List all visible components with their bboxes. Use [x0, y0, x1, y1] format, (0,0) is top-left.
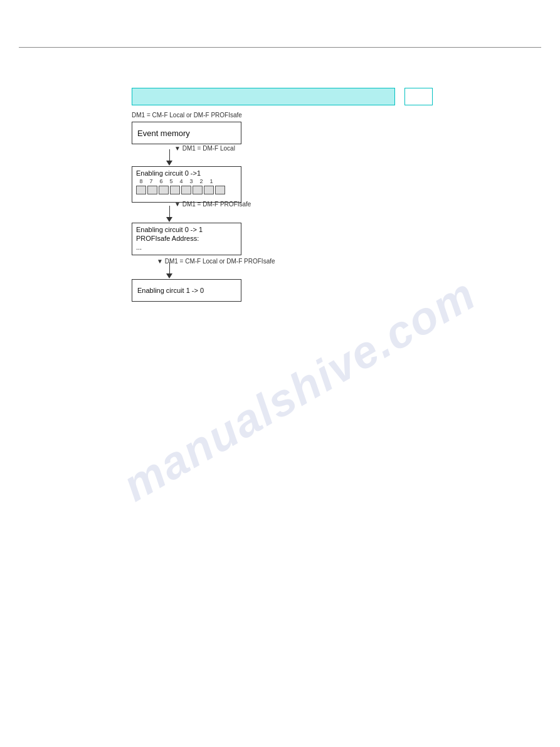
- enabling-profisafe-title: Enabling circuit 0 -> 1: [136, 226, 237, 233]
- cb-box-2: [204, 186, 214, 194]
- enabling-profisafe-box: Enabling circuit 0 -> 1 PROFIsafe Addres…: [132, 223, 241, 255]
- enabling-circuit-title: Enabling circuit 0 ->1: [136, 169, 237, 177]
- watermark: manualshive.com: [114, 268, 484, 511]
- cb-num-6: 6: [156, 178, 166, 184]
- arrow-dm1-profisafe: [166, 206, 172, 222]
- arrow-head-3: [166, 273, 172, 278]
- dm1-label-both: ▼ DM1 = CM-F Local or DM-F PROFIsafe: [157, 258, 275, 265]
- checkbox-row: [136, 186, 237, 194]
- arrow-line-1: [169, 149, 170, 161]
- cb-num-5: 5: [166, 178, 176, 184]
- dm1-label-local: ▼ DM1 = DM-F Local: [174, 145, 235, 152]
- cb-box-4: [181, 186, 191, 194]
- cb-box-5: [170, 186, 180, 194]
- enabling-10-box: Enabling circuit 1 -> 0: [132, 279, 241, 302]
- arrow-line-2: [169, 206, 170, 217]
- arrow-dm1-local: [166, 149, 172, 166]
- cb-box-6: [159, 186, 169, 194]
- cb-num-4: 4: [176, 178, 186, 184]
- arrow-head-1: [166, 161, 172, 166]
- enabling-circuit-box: Enabling circuit 0 ->1 8 7 6 5 4 3 2 1: [132, 166, 241, 203]
- arrow-dm1-both: [166, 262, 172, 278]
- page-container: DM1 = CM-F Local or DM-F PROFIsafe Event…: [0, 0, 560, 747]
- arrow-line-3: [169, 262, 170, 273]
- cb-num-2: 2: [196, 178, 206, 184]
- enabling-profisafe-dots: ...: [136, 243, 237, 251]
- cb-box-3: [193, 186, 203, 194]
- event-memory-text: Event memory: [137, 129, 190, 138]
- cb-num-8: 8: [136, 178, 146, 184]
- top-border: [19, 47, 541, 48]
- enabling-10-text: Enabling circuit 1 -> 0: [137, 287, 204, 294]
- cb-num-1: 1: [206, 178, 216, 184]
- dm1-label-top: DM1 = CM-F Local or DM-F PROFIsafe: [132, 112, 242, 119]
- header-box-small: [404, 88, 433, 105]
- cb-box-1: [215, 186, 225, 194]
- enabling-profisafe-sub: PROFIsafe Address:: [136, 235, 237, 242]
- event-memory-box: Event memory: [132, 122, 241, 144]
- dm1-label-profisafe: ▼ DM1 = DM-F PROFIsafe: [174, 201, 251, 208]
- cb-num-7: 7: [146, 178, 156, 184]
- header-bar: [132, 88, 395, 105]
- cb-box-7: [147, 186, 157, 194]
- arrow-head-2: [166, 217, 172, 222]
- cb-num-3: 3: [186, 178, 196, 184]
- cb-box-8: [136, 186, 146, 194]
- checkbox-num-row: 8 7 6 5 4 3 2 1: [136, 178, 237, 184]
